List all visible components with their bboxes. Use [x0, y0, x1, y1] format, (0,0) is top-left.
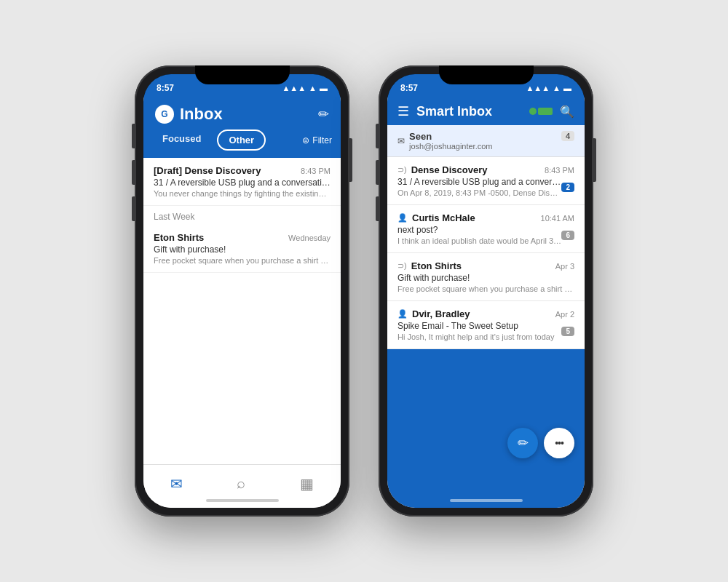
smart-subject-dense: 31 / A reversible USB plug and a convers… — [397, 177, 561, 187]
smart-sender-group-curtis: 👤 Curtis McHale — [397, 212, 475, 223]
smart-time-curtis: 10:41 AM — [541, 214, 574, 223]
smart-preview-dense: On Apr 8, 2019, 8:43 PM -0500, Dense Dis… — [397, 188, 561, 197]
badge-curtis: 6 — [561, 231, 574, 240]
bottom-tab-search[interactable]: ⌕ — [237, 475, 245, 492]
bottom-tab-calendar[interactable]: ▦ — [300, 475, 314, 493]
compose-fab-icon: ✏ — [518, 435, 529, 451]
hamburger-icon[interactable]: ☰ — [397, 103, 409, 119]
smart-sender-group-dense: ⊃) Dense Discovery — [397, 164, 487, 175]
smart-email-row1-eton: ⊃) Eton Shirts Apr 3 — [397, 260, 574, 271]
smart-time-dvir: Apr 2 — [555, 310, 574, 319]
filter-button[interactable]: ⊜ Filter — [302, 135, 332, 146]
fab-compose-button[interactable]: ✏ — [507, 428, 538, 458]
smart-row-badge-dense: 31 / A reversible USB plug and a convers… — [397, 177, 574, 197]
smart-header-left: ☰ Smart Inbox — [397, 103, 492, 119]
signal-icon-right: ▲▲▲ — [526, 84, 550, 92]
tabs-left: Focused Other — [152, 129, 266, 151]
seen-email: josh@joshuaginter.com — [409, 142, 493, 151]
smart-email-dvir[interactable]: 👤 Dvir, Bradley Apr 2 Spike Email - The … — [387, 301, 585, 349]
section-label-last-week: Last Week — [143, 206, 341, 225]
fab-container: ✏ ••• — [507, 428, 574, 458]
smart-time-eton: Apr 3 — [555, 262, 574, 271]
email-list-left: [Draft] Dense Discovery 8:43 PM 31 / A r… — [143, 158, 341, 464]
badge-dense: 2 — [561, 183, 574, 192]
smart-subject-dvir: Spike Email - The Sweet Setup — [397, 321, 561, 331]
more-icon: ••• — [555, 437, 563, 449]
phones-container: 8:57 ▲▲▲ ▲ ▬ G Inbox ✏ — [135, 65, 593, 517]
status-time-right: 8:57 — [400, 83, 418, 93]
email-item-eton[interactable]: Eton Shirts Wednesday Gift with purchase… — [143, 225, 341, 273]
smart-time-dense: 8:43 PM — [545, 166, 574, 175]
home-indicator-right — [450, 499, 523, 502]
seen-section: ✉ Seen josh@joshuaginter.com 4 — [387, 125, 585, 157]
seen-label-group: ✉ Seen josh@joshuaginter.com — [397, 131, 493, 151]
smart-row-badge-dvir: Spike Email - The Sweet Setup Hi Josh, I… — [397, 321, 574, 341]
right-phone: 8:57 ▲▲▲ ▲ ▬ ☰ Smart Inbox — [379, 65, 593, 517]
phone-inner-right: 8:57 ▲▲▲ ▲ ▬ ☰ Smart Inbox — [387, 74, 585, 508]
rss-icon-2: ⊃) — [397, 261, 407, 271]
smart-inbox-title: Smart Inbox — [416, 104, 492, 119]
smart-subject-preview-curtis: next post? I think an ideal publish date… — [397, 225, 561, 245]
filter-icon: ⊜ — [302, 135, 309, 146]
person-icon-1: 👤 — [397, 213, 408, 223]
phone-inner-left: 8:57 ▲▲▲ ▲ ▬ G Inbox ✏ — [143, 74, 341, 508]
signal-icon-left: ▲▲▲ — [282, 84, 306, 92]
email-time-1: 8:43 PM — [301, 167, 331, 175]
badge-dvir: 5 — [561, 327, 574, 336]
search-icon-right[interactable]: 🔍 — [560, 105, 574, 119]
wifi-icon-left: ▲ — [309, 84, 317, 92]
status-icons-left: ▲▲▲ ▲ ▬ — [282, 84, 328, 92]
email-row1-eton: Eton Shirts Wednesday — [154, 232, 331, 243]
email-sender-draft: [Draft] Dense Discovery — [154, 165, 261, 176]
smart-email-curtis[interactable]: 👤 Curtis McHale 10:41 AM next post? I th… — [387, 205, 585, 253]
status-time-left: 8:57 — [157, 83, 174, 93]
search-icon: ⌕ — [237, 475, 245, 492]
seen-title: Seen — [409, 131, 493, 142]
email-row1: [Draft] Dense Discovery 8:43 PM — [154, 165, 331, 176]
screen-left: G Inbox ✏ Focused Other ⊜ Filter — [143, 97, 341, 508]
person-icon-2: 👤 — [397, 309, 408, 319]
wifi-icon-right: ▲ — [553, 84, 561, 92]
draft-label: [Draft] — [154, 165, 185, 176]
smart-subject-preview-dvir: Spike Email - The Sweet Setup Hi Josh, I… — [397, 321, 561, 341]
smart-email-row1-curtis: 👤 Curtis McHale 10:41 AM — [397, 212, 574, 223]
email-item-draft[interactable]: [Draft] Dense Discovery 8:43 PM 31 / A r… — [143, 158, 341, 206]
smart-email-dense[interactable]: ⊃) Dense Discovery 8:43 PM 31 / A revers… — [387, 157, 585, 205]
battery-icon-left: ▬ — [320, 84, 328, 92]
notch-right — [439, 65, 534, 84]
seen-envelope-icon: ✉ — [397, 136, 405, 146]
smart-preview-curtis: I think an ideal publish date would be A… — [397, 236, 561, 245]
seen-count: 4 — [561, 131, 574, 141]
compose-button[interactable]: ✏ — [318, 106, 329, 122]
email-subject-1: 31 / A reversible USB plug and a convers… — [154, 178, 331, 188]
rss-icon-1: ⊃) — [397, 165, 407, 175]
tab-other[interactable]: Other — [217, 129, 266, 151]
smart-sender-group-eton: ⊃) Eton Shirts — [397, 260, 462, 271]
home-indicator-left — [206, 499, 279, 502]
left-phone: 8:57 ▲▲▲ ▲ ▬ G Inbox ✏ — [135, 65, 349, 517]
calendar-icon: ▦ — [300, 475, 314, 493]
mail-icon: ✉ — [170, 475, 183, 493]
gmail-header: G Inbox ✏ — [143, 97, 341, 129]
tab-focused[interactable]: Focused — [152, 129, 211, 151]
battery-bar — [538, 108, 553, 115]
smart-header-right: 🔍 — [529, 105, 574, 119]
email-time-eton: Wednesday — [288, 234, 331, 242]
smart-preview-eton: Free pocket square when you purchase a s… — [397, 284, 574, 293]
notch-left — [195, 65, 290, 84]
smart-email-row1-dvir: 👤 Dvir, Bradley Apr 2 — [397, 308, 574, 319]
battery-icon-right: ▬ — [563, 84, 571, 92]
status-icons-right: ▲▲▲ ▲ ▬ — [526, 84, 571, 92]
battery-status — [529, 108, 553, 115]
sender-name: Dense Discovery — [185, 165, 261, 176]
smart-email-eton[interactable]: ⊃) Eton Shirts Apr 3 Gift with purchase!… — [387, 253, 585, 301]
fab-more-button[interactable]: ••• — [544, 428, 574, 458]
smart-email-row1-dense: ⊃) Dense Discovery 8:43 PM — [397, 164, 574, 175]
battery-dot — [529, 108, 537, 115]
bottom-tab-mail[interactable]: ✉ — [170, 475, 183, 493]
smart-header: ☰ Smart Inbox 🔍 — [387, 97, 585, 125]
smart-sender-curtis: Curtis McHale — [412, 212, 475, 223]
tabs-bar: Focused Other ⊜ Filter — [143, 129, 341, 158]
seen-info: Seen josh@joshuaginter.com — [409, 131, 493, 151]
smart-subject-eton: Gift with purchase! — [397, 273, 574, 283]
